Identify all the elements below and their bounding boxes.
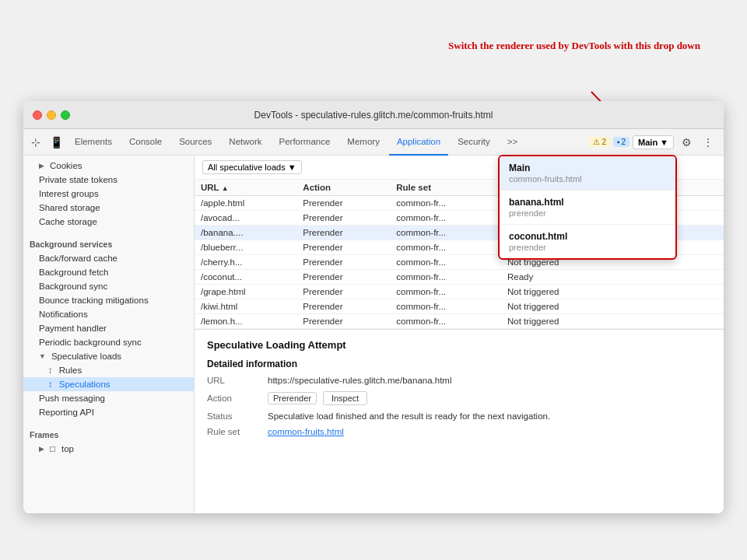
toolbar-right: ⚠ 2 ▪ 2 Main ▼ ⚙ ⋮ <box>589 133 721 152</box>
cell-url: /avocad... <box>195 211 296 226</box>
cell-status: Ready <box>501 270 724 285</box>
sidebar-item-top-frame[interactable]: ▶ □ top <box>23 442 194 456</box>
sidebar-item-notifications[interactable]: Notifications <box>23 307 194 321</box>
cell-ruleset: common-fr... <box>390 196 501 211</box>
sidebar-item-label: Bounce tracking mitigations <box>39 296 149 305</box>
filter-dropdown[interactable]: All speculative loads ▼ <box>202 160 302 174</box>
cell-ruleset: common-fr... <box>390 314 501 329</box>
sidebar-item-bg-fetch[interactable]: Background fetch <box>23 265 194 279</box>
table-row[interactable]: /kiwi.htmlPrerendercommon-fr...Not trigg… <box>195 299 724 314</box>
annotation-top-right: Switch the renderer used by DevTools wit… <box>448 39 700 53</box>
tab-network[interactable]: Network <box>221 129 269 156</box>
sidebar-item-label: Interest groups <box>39 189 99 198</box>
cell-url: /cherry.h... <box>195 255 296 270</box>
error-count: 2 <box>621 138 626 146</box>
tab-application[interactable]: Application <box>389 129 448 156</box>
sidebar-item-label: Payment handler <box>39 324 107 333</box>
sidebar-item-payment-handler[interactable]: Payment handler <box>23 321 194 335</box>
cell-ruleset: common-fr... <box>390 240 501 255</box>
cell-ruleset: common-fr... <box>390 299 501 314</box>
expand-arrow-icon: ▶ <box>39 162 44 170</box>
detail-row-status: Status Speculative load finished and the… <box>207 411 711 421</box>
ruleset-label: Rule set <box>207 427 261 436</box>
cell-action: Prerender <box>296 255 390 270</box>
sidebar-item-reporting-api[interactable]: Reporting API <box>23 405 194 419</box>
status-label: Status <box>207 411 261 421</box>
sidebar-item-bf-cache[interactable]: Back/forward cache <box>23 251 194 265</box>
detail-row-url: URL https://speculative-rules.glitch.me/… <box>207 376 711 385</box>
renderer-arrow-icon: ▼ <box>660 138 668 147</box>
settings-icon[interactable]: ⚙ <box>677 133 696 152</box>
cell-url: /lemon.h... <box>195 314 296 329</box>
renderer-popup: Main common-fruits.html banana.html prer… <box>498 155 677 260</box>
sidebar-item-shared-storage[interactable]: Shared storage <box>23 201 194 215</box>
warning-count: 2 <box>601 138 606 146</box>
tab-elements[interactable]: Elements <box>67 129 120 156</box>
renderer-popup-subtitle: prerender <box>509 243 666 252</box>
renderer-popup-item-main[interactable]: Main common-fruits.html <box>500 156 675 191</box>
sidebar-item-rules[interactable]: ↕ Rules <box>23 363 194 377</box>
title-bar: DevTools - speculative-rules.glitch.me/c… <box>23 101 724 129</box>
error-icon: ▪ <box>617 138 620 146</box>
warning-badge[interactable]: ⚠ 2 <box>589 137 610 147</box>
cursor-icon[interactable]: ⊹ <box>26 133 45 152</box>
table-row[interactable]: /lemon.h...Prerendercommon-fr...Not trig… <box>195 314 724 329</box>
tab-more[interactable]: >> <box>500 129 525 156</box>
cell-url: /coconut... <box>195 270 296 285</box>
sidebar-item-label: Periodic background sync <box>39 338 142 347</box>
table-row[interactable]: /grape.htmlPrerendercommon-fr...Not trig… <box>195 285 724 299</box>
renderer-popup-item-coconut[interactable]: coconut.html prerender <box>500 225 675 258</box>
maximize-button[interactable] <box>61 110 70 120</box>
tab-performance[interactable]: Performance <box>272 129 338 156</box>
sidebar-item-bounce-tracking[interactable]: Bounce tracking mitigations <box>23 293 194 307</box>
status-value: Speculative load finished and the result… <box>268 411 550 421</box>
sidebar-item-private-state-tokens[interactable]: Private state tokens <box>23 173 194 187</box>
action-label: Action <box>207 394 261 403</box>
detail-row-action: Action Prerender Inspect <box>207 391 711 405</box>
error-badge[interactable]: ▪ 2 <box>613 137 630 147</box>
cell-ruleset: common-fr... <box>390 270 501 285</box>
cell-ruleset: common-fr... <box>390 255 501 270</box>
cell-action: Prerender <box>296 285 390 299</box>
col-ruleset[interactable]: Rule set <box>390 180 501 196</box>
inspect-icon[interactable]: 📱 <box>47 133 65 152</box>
sidebar-item-label: Background fetch <box>39 268 109 277</box>
sidebar-item-label: Speculative loads <box>51 352 121 361</box>
inspect-button[interactable]: Inspect <box>323 391 367 405</box>
warning-icon: ⚠ <box>593 138 600 146</box>
minimize-button[interactable] <box>47 110 56 120</box>
sidebar-item-periodic-bg-sync[interactable]: Periodic background sync <box>23 335 194 349</box>
sidebar-item-label: top <box>61 444 74 453</box>
detail-title: Speculative Loading Attempt <box>207 339 711 351</box>
cell-ruleset: common-fr... <box>390 226 501 240</box>
col-action[interactable]: Action <box>296 180 390 196</box>
sidebar-item-label: Notifications <box>39 310 88 319</box>
tab-sources[interactable]: Sources <box>171 129 219 156</box>
col-url[interactable]: URL ▲ <box>195 180 296 196</box>
renderer-dropdown[interactable]: Main ▼ <box>633 135 674 149</box>
sidebar-item-speculative-loads[interactable]: ▼ Speculative loads <box>23 349 194 363</box>
sidebar-item-label: Shared storage <box>39 203 100 212</box>
sidebar-item-label: Rules <box>59 366 82 375</box>
sidebar-item-label: Reporting API <box>39 408 94 417</box>
cell-url: /apple.html <box>195 196 296 211</box>
sidebar-item-speculations[interactable]: ↕ Speculations <box>23 377 194 391</box>
sidebar-item-cookies[interactable]: ▶ Cookies <box>23 159 194 173</box>
tab-console[interactable]: Console <box>121 129 170 156</box>
cell-ruleset: common-fr... <box>390 285 501 299</box>
more-options-icon[interactable]: ⋮ <box>699 133 717 152</box>
sidebar-item-push-messaging[interactable]: Push messaging <box>23 391 194 405</box>
renderer-popup-item-banana[interactable]: banana.html prerender <box>500 191 675 225</box>
sidebar-item-bg-sync[interactable]: Background sync <box>23 279 194 293</box>
sidebar-item-cache-storage[interactable]: Cache storage <box>23 215 194 229</box>
table-row[interactable]: /coconut...Prerendercommon-fr...Ready <box>195 270 724 285</box>
close-button[interactable] <box>33 110 42 120</box>
tab-security[interactable]: Security <box>450 129 498 156</box>
sidebar-item-interest-groups[interactable]: Interest groups <box>23 187 194 201</box>
cell-action: Prerender <box>296 211 390 226</box>
renderer-popup-title: banana.html <box>509 197 666 208</box>
frame-icon: □ <box>50 444 55 453</box>
rules-icon: ↕ <box>48 366 53 375</box>
tab-memory[interactable]: Memory <box>339 129 388 156</box>
ruleset-value[interactable]: common-fruits.html <box>268 427 344 436</box>
